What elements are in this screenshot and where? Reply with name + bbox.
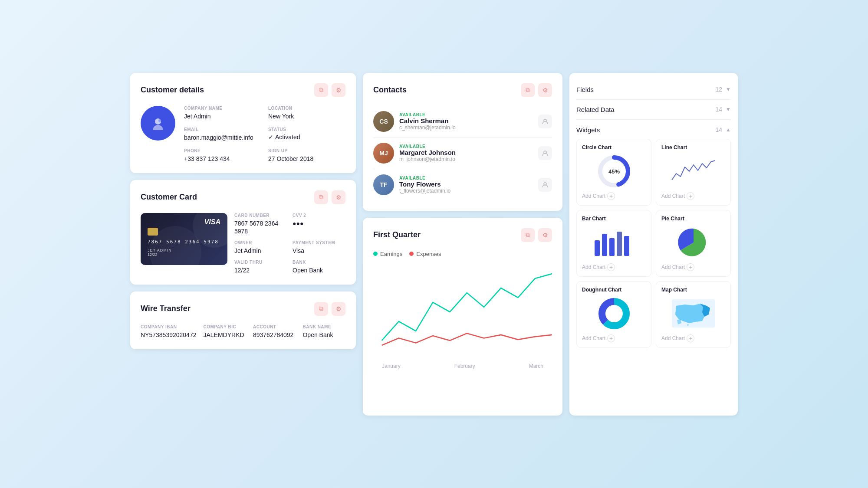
map-chart-add-label: Add Chart	[661, 335, 685, 341]
wire-bank-name-value: Open Bank	[302, 331, 333, 338]
pie-chart-svg	[676, 225, 711, 260]
contact-email-calvin: c_sherman@jetadmin.io	[399, 124, 533, 131]
customer-card-section: Customer Card ⧉ ⚙ VISA 7867 5678 2364 59…	[130, 180, 356, 285]
customer-card-settings-button[interactable]: ⚙	[332, 190, 345, 204]
customer-card-title: Customer Card	[141, 193, 197, 202]
company-iban-field: COMPANY IBAN NY57385392020472	[141, 324, 196, 339]
pie-chart-add[interactable]: Add Chart +	[661, 263, 725, 271]
bar-chart-title: Bar Chart	[582, 216, 646, 222]
pie-chart-title: Pie Chart	[661, 216, 725, 222]
circle-chart-svg: 45%	[597, 154, 631, 189]
widgets-chevron-icon: ▲	[726, 127, 731, 133]
map-chart-preview	[661, 296, 725, 331]
customer-avatar	[141, 106, 175, 141]
doughnut-chart-add[interactable]: Add Chart +	[582, 334, 646, 342]
bar-chart-add-label: Add Chart	[582, 264, 605, 270]
signup-field: SIGN UP 27 October 2018	[268, 148, 345, 163]
circle-chart-pct: 45%	[608, 168, 619, 175]
email-label: EMAIL	[184, 127, 261, 132]
wire-transfer-actions: ⧉ ⚙	[314, 302, 345, 316]
wire-bank-name-field: BANK NAME Open Bank	[302, 324, 345, 339]
contact-email-tony: t_flowers@jetadmin.io	[399, 188, 533, 194]
customer-details-card: Customer details ⧉ ⚙ COMPANY NAME	[130, 73, 356, 173]
map-chart-add[interactable]: Add Chart +	[661, 334, 725, 342]
right-panel: Fields 12 ▼ Related Data 14 ▼ Widgets 14…	[569, 73, 738, 416]
card-owner-label: OWNER	[234, 240, 287, 245]
map-chart-svg	[672, 299, 715, 328]
expenses-legend: Expenses	[409, 251, 441, 257]
first-quarter-title: First Quarter	[373, 230, 421, 239]
wire-transfer-copy-button[interactable]: ⧉	[314, 302, 328, 316]
cvv-field: CVV 2 ●●●	[293, 213, 345, 235]
contacts-actions: ⧉ ⚙	[521, 83, 552, 97]
signup-label: SIGN UP	[268, 148, 345, 153]
wire-transfer-title: Wire Transfer	[141, 304, 191, 313]
status-field: STATUS ✓ Activated	[268, 127, 345, 141]
chart-svg	[373, 264, 552, 360]
bar-chart-add[interactable]: Add Chart +	[582, 263, 646, 271]
line-chart-widget[interactable]: Line Chart Add Chart +	[656, 139, 731, 206]
wire-transfer-settings-button[interactable]: ⚙	[332, 302, 345, 316]
customer-fields: COMPANY NAME Jet Admin LOCATION New York…	[184, 106, 345, 163]
contacts-settings-button[interactable]: ⚙	[538, 83, 552, 97]
first-quarter-header: First Quarter ⧉ ⚙	[373, 228, 552, 242]
pie-chart-widget[interactable]: Pie Chart Add Chart +	[656, 210, 731, 277]
pie-chart-add-icon: +	[687, 263, 694, 271]
contact-available-badge-3: AVAILABLE	[399, 176, 533, 180]
customer-info: COMPANY NAME Jet Admin LOCATION New York…	[141, 106, 345, 163]
contacts-title: Contacts	[373, 85, 407, 95]
bank-field: BANK Open Bank	[293, 260, 345, 274]
contacts-copy-button[interactable]: ⧉	[521, 83, 535, 97]
customer-card-header: Customer Card ⧉ ⚙	[141, 190, 345, 204]
valid-thru-value: 12/22	[234, 267, 250, 274]
circle-chart-add[interactable]: Add Chart +	[582, 192, 646, 200]
customer-card-copy-button[interactable]: ⧉	[314, 190, 328, 204]
doughnut-chart-svg	[597, 296, 631, 331]
circle-chart-add-icon: +	[607, 192, 615, 200]
phone-field: PHONE +33 837 123 434	[184, 148, 261, 163]
widgets-header[interactable]: Widgets 14 ▲	[576, 120, 731, 139]
chart-area	[373, 264, 552, 360]
line-chart-add-icon: +	[687, 192, 694, 200]
valid-thru-label: VALID THRU	[234, 260, 287, 265]
card-expiry-display: 12/22	[148, 252, 172, 257]
contact-info-tony: AVAILABLE Tony Flowers t_flowers@jetadmi…	[399, 176, 533, 194]
bar-chart-preview	[582, 225, 646, 260]
doughnut-chart-widget[interactable]: Doughnut Chart Add Chart +	[576, 281, 651, 348]
contact-action-margaret[interactable]	[538, 146, 552, 160]
circle-chart-add-label: Add Chart	[582, 193, 605, 199]
chart-legend: Earnings Expenses	[373, 251, 552, 257]
circle-chart-preview: 45%	[582, 154, 646, 189]
related-data-row[interactable]: Related Data 14 ▼	[576, 100, 731, 120]
contact-available-badge-2: AVAILABLE	[399, 144, 533, 149]
bar-chart-widget[interactable]: Bar Chart Add Chart +	[576, 210, 651, 277]
account-label: ACCOUNT	[253, 324, 296, 329]
email-value: baron.maggio@mittie.info	[184, 134, 253, 141]
payment-system-label: PAYMENT SYSTEM	[293, 240, 345, 245]
payment-system-value: Visa	[293, 247, 304, 254]
first-quarter-copy-button[interactable]: ⧉	[521, 228, 535, 242]
wire-fields: COMPANY IBAN NY57385392020472 COMPANY BI…	[141, 324, 345, 339]
signup-value: 27 October 2018	[268, 155, 313, 162]
svg-rect-8	[602, 234, 607, 256]
circle-chart-widget[interactable]: Circle Chart 45% Add Chart +	[576, 139, 651, 206]
expenses-label: Expenses	[416, 251, 441, 257]
fields-row[interactable]: Fields 12 ▼	[576, 80, 731, 100]
contact-name-tony: Tony Flowers	[399, 180, 533, 188]
widgets-count: 14	[716, 126, 723, 133]
email-field: EMAIL baron.maggio@mittie.info	[184, 127, 261, 141]
line-chart-add[interactable]: Add Chart +	[661, 192, 725, 200]
svg-rect-9	[609, 238, 615, 256]
related-data-count: 14	[716, 106, 723, 113]
contact-action-tony[interactable]	[538, 178, 552, 192]
customer-details-copy-button[interactable]: ⧉	[314, 83, 328, 97]
map-chart-widget[interactable]: Map Chart Add Chart +	[656, 281, 731, 348]
first-quarter-settings-button[interactable]: ⚙	[538, 228, 552, 242]
card-holder-name: JET ADMIN	[148, 248, 172, 252]
contact-action-calvin[interactable]	[538, 115, 552, 128]
bar-chart-add-icon: +	[607, 263, 615, 271]
wire-bank-name-label: BANK NAME	[302, 324, 345, 329]
card-owner-value: Jet Admin	[234, 247, 261, 254]
payment-system-field: PAYMENT SYSTEM Visa	[293, 240, 345, 255]
customer-details-settings-button[interactable]: ⚙	[332, 83, 345, 97]
